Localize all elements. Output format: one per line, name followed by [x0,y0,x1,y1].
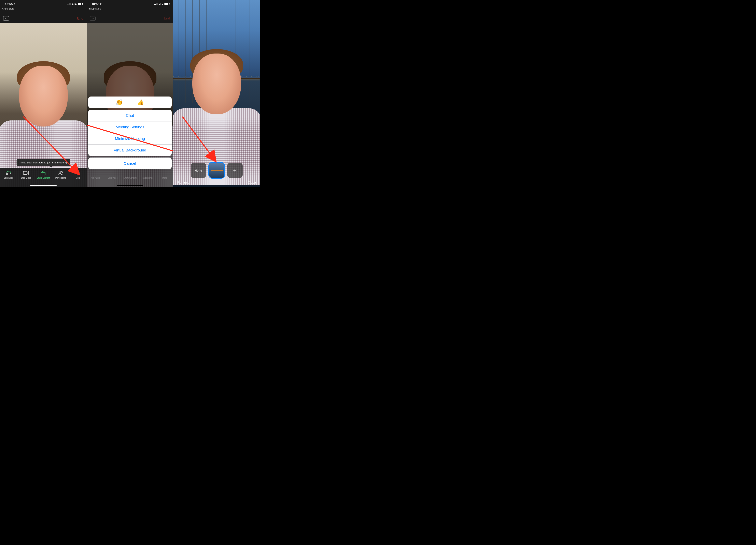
participants-icon [58,170,64,176]
share-content-label: Share Content [123,177,137,179]
participants-label: Participants [142,177,153,179]
battery-icon [164,3,169,5]
svg-rect-1 [10,173,11,175]
svg-rect-0 [6,173,8,175]
chat-option[interactable]: Chat [88,110,172,121]
video-icon [23,170,29,176]
screen-meeting: 10:55 ➤ LTE App Store End Invite your co… [0,0,87,187]
meeting-toolbar-dimmed: Join Audio Stop Video Share Content Part… [87,168,173,187]
meeting-topbar: End [87,14,173,23]
flip-camera-icon [90,16,96,21]
close-bg-button[interactable]: Close [248,181,256,185]
svg-point-6 [76,173,76,173]
plus-icon: + [233,167,237,174]
screen-virtual-bg: None + Remove Close [173,0,260,187]
share-icon [40,170,46,176]
battery-icon [78,3,83,5]
self-video-person [174,45,259,175]
remove-bg-button[interactable]: Remove [177,181,190,185]
svg-point-7 [78,173,78,173]
join-audio-button[interactable]: Join Audio [1,170,17,179]
status-bar: 10:55 ➤ LTE [0,0,87,8]
meeting-topbar: End [0,14,87,23]
more-icon [75,170,81,176]
end-meeting-button: End [164,16,170,20]
share-content-button[interactable]: Share Content [35,170,51,179]
signal-icon [68,3,71,5]
carrier-label: LTE [159,2,163,5]
headphones-icon [6,170,12,176]
share-content-label: Share Content [37,177,50,179]
participants-button[interactable]: Participants [53,170,69,179]
home-indicator[interactable] [117,185,143,186]
back-to-appstore[interactable]: App Store [2,7,14,10]
bg-none-label: None [195,169,202,172]
meeting-toolbar: Join Audio Stop Video Share Content Part… [0,168,87,187]
clap-reaction[interactable]: 👏 [116,99,123,106]
svg-point-5 [61,172,62,173]
invite-tooltip: Invite your contacts to join this meetin… [16,159,70,166]
cancel-button[interactable]: Cancel [88,158,172,169]
home-indicator[interactable] [30,185,57,186]
flip-camera-icon[interactable] [3,16,9,21]
carrier-label: LTE [72,2,77,5]
status-time: 10:55 [92,2,99,6]
virtual-background-option[interactable]: Virtual Background [88,144,172,156]
more-label: More [162,177,167,179]
more-button[interactable]: More [70,170,86,179]
status-time: 10:55 [5,2,13,6]
thumbsup-reaction[interactable]: 👍 [137,99,144,106]
reactions-row: 👏 👍 [88,97,172,108]
join-audio-label: Join Audio [91,177,100,179]
meeting-settings-option[interactable]: Meeting Settings [88,121,172,133]
svg-rect-2 [23,171,27,175]
bg-thumbnails: None + [176,163,257,178]
end-meeting-button[interactable]: End [77,16,83,20]
stop-video-label: Stop Video [108,177,118,179]
signal-icon [154,3,158,5]
location-icon: ➤ [13,2,15,5]
video-feed-virtualbg [173,0,260,187]
more-label: More [76,177,80,179]
stop-video-label: Stop Video [21,177,31,179]
back-to-appstore[interactable]: App Store [88,7,101,10]
svg-point-4 [59,171,61,173]
bg-bridge-thumb[interactable] [209,163,224,178]
stop-video-button[interactable]: Stop Video [18,170,34,179]
virtual-bg-bar: None + Remove Close [173,163,260,187]
self-video-person [1,58,86,187]
action-sheet: 👏 👍 Chat Meeting Settings Minimize Meeti… [88,97,172,169]
location-icon: ➤ [100,2,102,5]
minimize-meeting-option[interactable]: Minimize Meeting [88,133,172,144]
status-bar: 10:55 ➤ LTE [87,0,173,8]
bg-none-thumb[interactable]: None [191,163,206,178]
join-audio-label: Join Audio [4,177,13,179]
screen-more-sheet: 10:55 ➤ LTE App Store End Join Audio Sto… [87,0,173,187]
participants-label: Participants [55,177,66,179]
bg-add-thumb[interactable]: + [227,163,243,178]
svg-point-8 [79,173,80,173]
